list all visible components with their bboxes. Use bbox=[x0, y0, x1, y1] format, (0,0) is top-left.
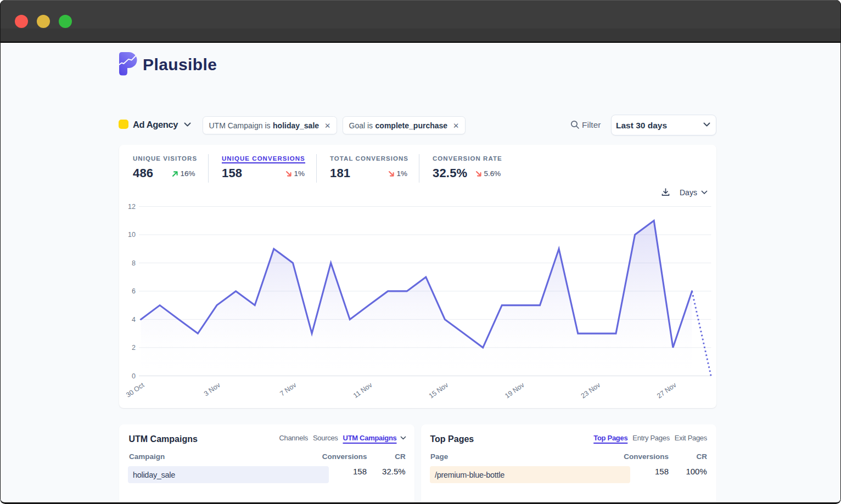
svg-text:4: 4 bbox=[132, 316, 136, 324]
svg-text:2: 2 bbox=[132, 344, 136, 352]
svg-text:11 Nov: 11 Nov bbox=[352, 381, 374, 400]
svg-text:0: 0 bbox=[132, 372, 136, 380]
svg-text:27 Nov: 27 Nov bbox=[655, 381, 678, 400]
svg-text:7 Nov: 7 Nov bbox=[278, 381, 298, 398]
svg-text:8: 8 bbox=[132, 259, 136, 267]
svg-text:10: 10 bbox=[128, 231, 136, 239]
svg-text:6: 6 bbox=[132, 287, 136, 295]
svg-text:30 Oct: 30 Oct bbox=[126, 381, 146, 399]
svg-text:19 Nov: 19 Nov bbox=[503, 381, 526, 400]
svg-text:12: 12 bbox=[128, 203, 136, 211]
svg-text:15 Nov: 15 Nov bbox=[428, 381, 450, 400]
svg-text:3 Nov: 3 Nov bbox=[203, 381, 222, 398]
svg-text:23 Nov: 23 Nov bbox=[580, 381, 602, 400]
